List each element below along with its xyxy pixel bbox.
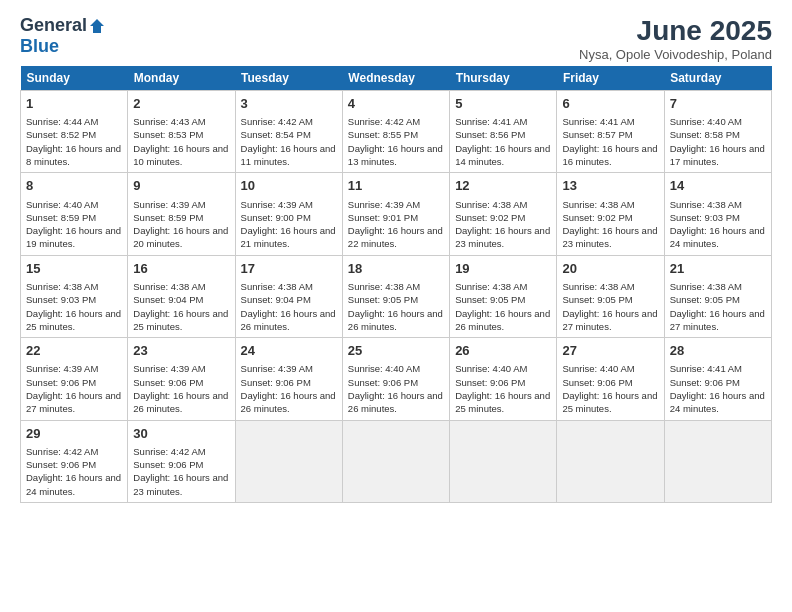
day-num-16: 16 (133, 260, 229, 278)
daylight-13: Daylight: 16 hours and 23 minutes. (562, 225, 657, 249)
daylight-21: Daylight: 16 hours and 27 minutes. (670, 308, 765, 332)
day-1: 1 Sunrise: 4:44 AM Sunset: 8:52 PM Dayli… (21, 91, 128, 173)
sunrise-1: Sunrise: 4:44 AM (26, 116, 98, 127)
day-6: 6 Sunrise: 4:41 AM Sunset: 8:57 PM Dayli… (557, 91, 664, 173)
logo-general: General (20, 15, 87, 36)
day-num-5: 5 (455, 95, 551, 113)
daylight-24: Daylight: 16 hours and 26 minutes. (241, 390, 336, 414)
days-header-row: Sunday Monday Tuesday Wednesday Thursday… (21, 66, 772, 91)
page-container: General Blue June 2025 Nysa, Opole Voivo… (0, 0, 792, 513)
day-num-19: 19 (455, 260, 551, 278)
day-num-17: 17 (241, 260, 337, 278)
sunset-11: Sunset: 9:01 PM (348, 212, 418, 223)
header-monday: Monday (128, 66, 235, 91)
sunrise-17: Sunrise: 4:38 AM (241, 281, 313, 292)
sunset-8: Sunset: 8:59 PM (26, 212, 96, 223)
sunset-19: Sunset: 9:05 PM (455, 294, 525, 305)
svg-marker-0 (90, 19, 104, 33)
sunset-26: Sunset: 9:06 PM (455, 377, 525, 388)
empty-cell-3 (450, 420, 557, 502)
sunset-13: Sunset: 9:02 PM (562, 212, 632, 223)
sunrise-13: Sunrise: 4:38 AM (562, 199, 634, 210)
day-30: 30 Sunrise: 4:42 AM Sunset: 9:06 PM Dayl… (128, 420, 235, 502)
title-block: June 2025 Nysa, Opole Voivodeship, Polan… (579, 15, 772, 62)
month-title: June 2025 (579, 15, 772, 47)
day-num-28: 28 (670, 342, 766, 360)
day-2: 2 Sunrise: 4:43 AM Sunset: 8:53 PM Dayli… (128, 91, 235, 173)
week-row-4: 22 Sunrise: 4:39 AM Sunset: 9:06 PM Dayl… (21, 338, 772, 420)
day-num-14: 14 (670, 177, 766, 195)
header-tuesday: Tuesday (235, 66, 342, 91)
sunrise-7: Sunrise: 4:40 AM (670, 116, 742, 127)
daylight-4: Daylight: 16 hours and 13 minutes. (348, 143, 443, 167)
sunset-23: Sunset: 9:06 PM (133, 377, 203, 388)
sunrise-3: Sunrise: 4:42 AM (241, 116, 313, 127)
day-num-9: 9 (133, 177, 229, 195)
daylight-1: Daylight: 16 hours and 8 minutes. (26, 143, 121, 167)
sunset-25: Sunset: 9:06 PM (348, 377, 418, 388)
daylight-30: Daylight: 16 hours and 23 minutes. (133, 472, 228, 496)
sunset-10: Sunset: 9:00 PM (241, 212, 311, 223)
daylight-11: Daylight: 16 hours and 22 minutes. (348, 225, 443, 249)
header-friday: Friday (557, 66, 664, 91)
daylight-26: Daylight: 16 hours and 25 minutes. (455, 390, 550, 414)
sunset-9: Sunset: 8:59 PM (133, 212, 203, 223)
sunset-24: Sunset: 9:06 PM (241, 377, 311, 388)
day-8: 8 Sunrise: 4:40 AM Sunset: 8:59 PM Dayli… (21, 173, 128, 255)
daylight-16: Daylight: 16 hours and 25 minutes. (133, 308, 228, 332)
sunrise-16: Sunrise: 4:38 AM (133, 281, 205, 292)
sunrise-9: Sunrise: 4:39 AM (133, 199, 205, 210)
logo-blue-text: Blue (20, 36, 59, 57)
day-9: 9 Sunrise: 4:39 AM Sunset: 8:59 PM Dayli… (128, 173, 235, 255)
daylight-2: Daylight: 16 hours and 10 minutes. (133, 143, 228, 167)
week-row-1: 1 Sunrise: 4:44 AM Sunset: 8:52 PM Dayli… (21, 91, 772, 173)
day-num-18: 18 (348, 260, 444, 278)
day-num-22: 22 (26, 342, 122, 360)
day-12: 12 Sunrise: 4:38 AM Sunset: 9:02 PM Dayl… (450, 173, 557, 255)
day-num-10: 10 (241, 177, 337, 195)
day-17: 17 Sunrise: 4:38 AM Sunset: 9:04 PM Dayl… (235, 255, 342, 337)
sunrise-28: Sunrise: 4:41 AM (670, 363, 742, 374)
sunset-2: Sunset: 8:53 PM (133, 129, 203, 140)
day-21: 21 Sunrise: 4:38 AM Sunset: 9:05 PM Dayl… (664, 255, 771, 337)
sunrise-4: Sunrise: 4:42 AM (348, 116, 420, 127)
header-sunday: Sunday (21, 66, 128, 91)
day-4: 4 Sunrise: 4:42 AM Sunset: 8:55 PM Dayli… (342, 91, 449, 173)
day-num-7: 7 (670, 95, 766, 113)
sunrise-20: Sunrise: 4:38 AM (562, 281, 634, 292)
sunrise-2: Sunrise: 4:43 AM (133, 116, 205, 127)
empty-cell-2 (342, 420, 449, 502)
sunrise-15: Sunrise: 4:38 AM (26, 281, 98, 292)
sunset-21: Sunset: 9:05 PM (670, 294, 740, 305)
day-num-1: 1 (26, 95, 122, 113)
daylight-19: Daylight: 16 hours and 26 minutes. (455, 308, 550, 332)
sunrise-10: Sunrise: 4:39 AM (241, 199, 313, 210)
sunrise-21: Sunrise: 4:38 AM (670, 281, 742, 292)
day-num-8: 8 (26, 177, 122, 195)
day-num-24: 24 (241, 342, 337, 360)
header-thursday: Thursday (450, 66, 557, 91)
sunrise-5: Sunrise: 4:41 AM (455, 116, 527, 127)
day-13: 13 Sunrise: 4:38 AM Sunset: 9:02 PM Dayl… (557, 173, 664, 255)
sunset-12: Sunset: 9:02 PM (455, 212, 525, 223)
day-num-25: 25 (348, 342, 444, 360)
sunrise-26: Sunrise: 4:40 AM (455, 363, 527, 374)
sunrise-23: Sunrise: 4:39 AM (133, 363, 205, 374)
empty-cell-4 (557, 420, 664, 502)
sunset-29: Sunset: 9:06 PM (26, 459, 96, 470)
sunrise-27: Sunrise: 4:40 AM (562, 363, 634, 374)
day-26: 26 Sunrise: 4:40 AM Sunset: 9:06 PM Dayl… (450, 338, 557, 420)
day-29: 29 Sunrise: 4:42 AM Sunset: 9:06 PM Dayl… (21, 420, 128, 502)
day-num-11: 11 (348, 177, 444, 195)
sunrise-12: Sunrise: 4:38 AM (455, 199, 527, 210)
day-16: 16 Sunrise: 4:38 AM Sunset: 9:04 PM Dayl… (128, 255, 235, 337)
sunset-27: Sunset: 9:06 PM (562, 377, 632, 388)
daylight-8: Daylight: 16 hours and 19 minutes. (26, 225, 121, 249)
sunset-15: Sunset: 9:03 PM (26, 294, 96, 305)
day-num-2: 2 (133, 95, 229, 113)
sunset-20: Sunset: 9:05 PM (562, 294, 632, 305)
day-5: 5 Sunrise: 4:41 AM Sunset: 8:56 PM Dayli… (450, 91, 557, 173)
daylight-20: Daylight: 16 hours and 27 minutes. (562, 308, 657, 332)
day-num-3: 3 (241, 95, 337, 113)
sunset-5: Sunset: 8:56 PM (455, 129, 525, 140)
